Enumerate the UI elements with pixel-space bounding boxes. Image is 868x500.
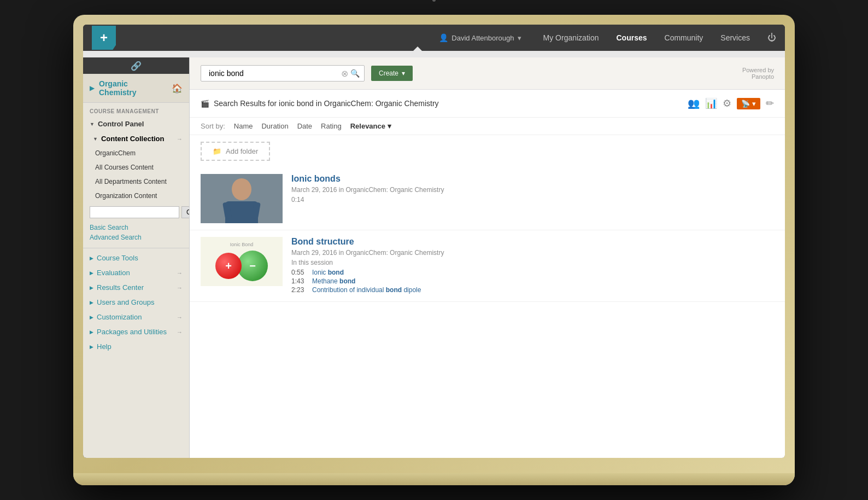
result-thumb-1[interactable] [201,174,283,223]
rss-button[interactable]: 📡 ▾ [737,98,760,109]
nav-courses[interactable]: Courses [607,30,655,45]
chapter-3: 2:23 Contribution of individual bond dip… [291,286,774,294]
add-folder-button[interactable]: 📁 Add folder [201,142,270,161]
sort-bar: Sort by: Name Duration Date Rating Relev… [190,118,785,135]
result-title-2[interactable]: Bond structure [291,237,774,247]
sidebar-item-all-courses[interactable]: All Courses Content [83,160,189,175]
sidebar-item-help[interactable]: ▶ Help [83,339,189,354]
customization-label: Customization [97,313,142,321]
add-folder-label: Add folder [226,147,258,155]
power-button[interactable]: ⏻ [767,33,776,43]
nav-indicator-bar [83,51,785,57]
organicchem-label: OrganicChem [95,149,136,157]
result-item-1: Ionic bonds March 29, 2016 in OrganicChe… [190,167,785,230]
edit-action-icon[interactable]: ✏ [766,97,774,109]
section-label: COURSE MANAGEMENT [83,103,189,117]
user-info: 👤 David Attenborough ▾ [439,33,521,42]
search-box: ⊗ 🔍 [201,65,365,82]
sidebar-search-links: Basic Search Advanced Search [83,222,189,246]
result-thumb-2[interactable]: Ionic Bond + − [201,237,283,286]
course-expand-arrow: ▶ [90,84,95,92]
chapter-1: 0:55 Ionic bond [291,269,774,276]
nav-my-organization[interactable]: My Organization [535,30,608,45]
create-button[interactable]: Create ▾ [371,66,413,81]
users-groups-label: Users and Groups [97,298,155,306]
rss-icon: 📡 [741,100,750,108]
sidebar-search-go[interactable]: Go [181,206,190,218]
sidebar-item-course-tools[interactable]: ▶ Course Tools [83,251,189,265]
thumb-person-image [201,174,283,223]
sidebar: 🔗 ▶ Organic Chemistry 🏠 COURSE MANAGEMEN… [83,57,190,458]
camera-dot [432,0,436,2]
sidebar-course-header[interactable]: ▶ Organic Chemistry 🏠 [83,74,189,103]
result-duration-1: 0:14 [291,196,774,204]
search-go-icon[interactable]: 🔍 [350,69,360,78]
search-clear-icon[interactable]: ⊗ [341,68,348,79]
nav-links: My Organization Courses Community Servic… [535,30,759,45]
rss-dropdown-icon: ▾ [752,100,756,108]
link-icon: 🔗 [131,61,142,71]
sidebar-item-control-panel[interactable]: ▼ Control Panel [83,117,189,131]
basic-search-link[interactable]: Basic Search [90,223,183,232]
home-icon[interactable]: 🏠 [172,83,183,94]
sort-name[interactable]: Name [234,122,253,130]
advanced-search-link[interactable]: Advanced Search [90,232,183,242]
help-label: Help [97,342,112,351]
sidebar-item-users-groups[interactable]: ▶ Users and Groups [83,295,189,310]
packages-expand-icon: → [177,329,183,335]
results-center-label: Results Center [97,283,144,292]
chapter-2-link[interactable]: Methane bond [312,277,355,285]
sidebar-item-packages-utilities[interactable]: ▶ Packages and Utilities → [83,324,189,339]
sidebar-search-input[interactable] [90,206,179,218]
folder-icon: 📁 [213,147,221,155]
settings-action-icon[interactable]: ⚙ [723,97,731,109]
svg-point-1 [232,178,251,200]
user-dropdown-icon[interactable]: ▾ [518,34,521,42]
sort-duration[interactable]: Duration [261,122,288,130]
plus-button[interactable]: + [92,26,116,50]
result-title-1[interactable]: Ionic bonds [291,174,774,184]
results-title: 🎬 Search Results for ionic bond in Organ… [201,99,439,108]
sort-rating[interactable]: Rating [321,122,342,130]
nav-services[interactable]: Services [712,30,759,45]
control-panel-label: Control Panel [98,120,144,128]
users-action-icon[interactable]: 👥 [688,97,700,109]
sort-label: Sort by: [201,122,225,130]
control-panel-arrow: ▼ [90,121,95,127]
results-center-expand-icon: → [177,284,183,291]
sort-date[interactable]: Date [297,122,312,130]
powered-by: Powered by Panopto [742,67,774,80]
chart-action-icon[interactable]: 📊 [705,97,717,109]
result-chapters: 0:55 Ionic bond 1:43 Methane bond 2:23 C… [291,269,774,294]
chapter-3-link[interactable]: Contribution of individual bond dipole [312,286,421,294]
results-header: 🎬 Search Results for ionic bond in Organ… [190,90,785,118]
sidebar-item-customization[interactable]: ▶ Customization → [83,310,189,324]
circle-red: + [215,253,242,279]
sidebar-divider [83,248,189,248]
result-info-2: Bond structure March 29, 2016 in Organic… [291,237,774,295]
sidebar-item-content-collection[interactable]: ▼ Content Collection → [83,131,189,146]
sidebar-item-organicchem[interactable]: OrganicChem [83,146,189,160]
results-title-text: Search Results for ionic bond in Organic… [214,99,439,108]
org-content-label: Organization Content [95,192,157,200]
results-search-icon: 🎬 [201,100,209,108]
nav-community[interactable]: Community [656,30,712,45]
course-tools-label: Course Tools [97,254,138,262]
sidebar-item-org-content[interactable]: Organization Content [83,189,189,203]
result-info-1: Ionic bonds March 29, 2016 in OrganicChe… [291,174,774,223]
all-departments-label: All Departments Content [95,178,167,185]
sidebar-item-evaluation[interactable]: ▶ Evaluation → [83,265,189,280]
results-actions: 👥 📊 ⚙ 📡 ▾ ✏ [688,97,774,109]
chapter-1-link[interactable]: Ionic bond [312,269,344,276]
laptop-base [73,473,795,485]
sidebar-item-all-departments[interactable]: All Departments Content [83,175,189,189]
users-groups-arrow: ▶ [90,300,93,305]
result-meta-1: March 29, 2016 in OrganicChem: Organic C… [291,186,774,194]
sort-relevance[interactable]: Relevance ▾ [350,122,391,130]
packages-arrow: ▶ [90,329,93,335]
sidebar-item-results-center[interactable]: ▶ Results Center → [83,280,189,295]
evaluation-arrow: ▶ [90,270,93,276]
user-icon: 👤 [439,33,448,42]
search-input[interactable] [206,66,341,81]
customization-arrow: ▶ [90,315,93,320]
